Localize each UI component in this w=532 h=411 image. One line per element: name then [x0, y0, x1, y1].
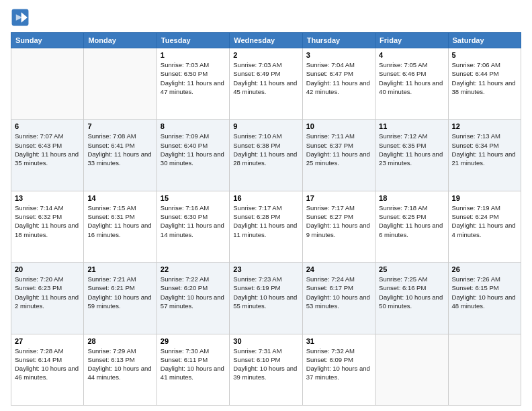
day-info-25: Sunrise: 7:25 AMSunset: 6:16 PMDaylight:… — [379, 275, 444, 310]
day-info-24: Sunrise: 7:24 AMSunset: 6:17 PMDaylight:… — [306, 275, 371, 310]
day-num-24: 24 — [306, 265, 371, 273]
day-info-6: Sunrise: 7:07 AMSunset: 6:43 PMDaylight:… — [15, 132, 80, 167]
cell-w2-d1: 14Sunrise: 7:15 AMSunset: 6:31 PMDayligh… — [84, 191, 157, 262]
day-num-1: 1 — [161, 51, 226, 59]
day-num-8: 8 — [161, 122, 226, 130]
header-thursday: Thursday — [302, 33, 375, 48]
day-num-7: 7 — [87, 122, 152, 130]
day-num-26: 26 — [452, 265, 517, 273]
header-sunday: Sunday — [11, 33, 84, 48]
day-num-9: 9 — [233, 122, 298, 130]
day-info-20: Sunrise: 7:20 AMSunset: 6:23 PMDaylight:… — [15, 275, 80, 310]
day-info-16: Sunrise: 7:17 AMSunset: 6:28 PMDaylight:… — [233, 203, 298, 239]
cell-w0-d0 — [11, 48, 84, 120]
day-info-4: Sunrise: 7:05 AMSunset: 6:46 PMDaylight:… — [379, 60, 444, 96]
cell-w2-d4: 17Sunrise: 7:17 AMSunset: 6:27 PMDayligh… — [302, 191, 375, 262]
day-info-5: Sunrise: 7:06 AMSunset: 6:44 PMDaylight:… — [452, 60, 517, 96]
day-info-13: Sunrise: 7:14 AMSunset: 6:32 PMDaylight:… — [15, 203, 80, 239]
day-num-5: 5 — [452, 51, 517, 59]
logo — [11, 8, 32, 27]
cell-w0-d1 — [84, 48, 157, 120]
cell-w1-d6: 12Sunrise: 7:13 AMSunset: 6:34 PMDayligh… — [448, 120, 521, 191]
day-num-19: 19 — [452, 194, 517, 202]
day-info-10: Sunrise: 7:11 AMSunset: 6:37 PMDaylight:… — [306, 132, 371, 167]
day-info-29: Sunrise: 7:30 AMSunset: 6:11 PMDaylight:… — [161, 347, 226, 382]
day-info-30: Sunrise: 7:31 AMSunset: 6:10 PMDaylight:… — [233, 347, 298, 382]
day-info-3: Sunrise: 7:04 AMSunset: 6:47 PMDaylight:… — [306, 60, 371, 96]
day-info-17: Sunrise: 7:17 AMSunset: 6:27 PMDaylight:… — [306, 203, 371, 239]
cell-w4-d1: 28Sunrise: 7:29 AMSunset: 6:13 PMDayligh… — [84, 334, 157, 405]
day-num-4: 4 — [379, 51, 444, 59]
day-num-20: 20 — [15, 265, 80, 273]
cell-w0-d4: 3Sunrise: 7:04 AMSunset: 6:47 PMDaylight… — [302, 48, 375, 120]
cell-w4-d6 — [448, 334, 521, 405]
cell-w4-d5 — [375, 334, 448, 405]
day-info-21: Sunrise: 7:21 AMSunset: 6:21 PMDaylight:… — [87, 275, 152, 310]
cell-w2-d0: 13Sunrise: 7:14 AMSunset: 6:32 PMDayligh… — [11, 191, 84, 262]
day-info-26: Sunrise: 7:26 AMSunset: 6:15 PMDaylight:… — [452, 275, 517, 310]
header-monday: Monday — [84, 33, 157, 48]
cell-w1-d5: 11Sunrise: 7:12 AMSunset: 6:35 PMDayligh… — [375, 120, 448, 191]
calendar-table: SundayMondayTuesdayWednesdayThursdayFrid… — [11, 32, 521, 406]
day-info-2: Sunrise: 7:03 AMSunset: 6:49 PMDaylight:… — [233, 60, 298, 96]
cell-w4-d0: 27Sunrise: 7:28 AMSunset: 6:14 PMDayligh… — [11, 334, 84, 405]
day-info-23: Sunrise: 7:23 AMSunset: 6:19 PMDaylight:… — [233, 275, 298, 310]
day-info-1: Sunrise: 7:03 AMSunset: 6:50 PMDaylight:… — [161, 60, 226, 96]
day-num-12: 12 — [452, 122, 517, 130]
cell-w0-d3: 2Sunrise: 7:03 AMSunset: 6:49 PMDaylight… — [230, 48, 302, 120]
cell-w1-d4: 10Sunrise: 7:11 AMSunset: 6:37 PMDayligh… — [302, 120, 375, 191]
day-num-29: 29 — [161, 337, 226, 345]
cell-w3-d4: 24Sunrise: 7:24 AMSunset: 6:17 PMDayligh… — [302, 263, 375, 334]
day-num-15: 15 — [161, 194, 226, 202]
day-num-14: 14 — [87, 194, 152, 202]
day-info-7: Sunrise: 7:08 AMSunset: 6:41 PMDaylight:… — [87, 132, 152, 167]
cell-w3-d5: 25Sunrise: 7:25 AMSunset: 6:16 PMDayligh… — [375, 263, 448, 334]
day-num-28: 28 — [87, 337, 152, 345]
logo-icon — [11, 8, 30, 27]
day-info-8: Sunrise: 7:09 AMSunset: 6:40 PMDaylight:… — [161, 132, 226, 167]
day-info-12: Sunrise: 7:13 AMSunset: 6:34 PMDaylight:… — [452, 132, 517, 167]
cell-w2-d2: 15Sunrise: 7:16 AMSunset: 6:30 PMDayligh… — [157, 191, 229, 262]
day-num-3: 3 — [306, 51, 371, 59]
day-num-11: 11 — [379, 122, 444, 130]
cell-w3-d2: 22Sunrise: 7:22 AMSunset: 6:20 PMDayligh… — [157, 263, 229, 334]
day-num-25: 25 — [379, 265, 444, 273]
cell-w0-d5: 4Sunrise: 7:05 AMSunset: 6:46 PMDaylight… — [375, 48, 448, 120]
cell-w4-d4: 31Sunrise: 7:32 AMSunset: 6:09 PMDayligh… — [302, 334, 375, 405]
day-info-9: Sunrise: 7:10 AMSunset: 6:38 PMDaylight:… — [233, 132, 298, 167]
header-saturday: Saturday — [448, 33, 521, 48]
cell-w1-d0: 6Sunrise: 7:07 AMSunset: 6:43 PMDaylight… — [11, 120, 84, 191]
day-num-30: 30 — [233, 337, 298, 345]
day-info-11: Sunrise: 7:12 AMSunset: 6:35 PMDaylight:… — [379, 132, 444, 167]
cell-w2-d6: 19Sunrise: 7:19 AMSunset: 6:24 PMDayligh… — [448, 191, 521, 262]
day-num-31: 31 — [306, 337, 371, 345]
day-num-17: 17 — [306, 194, 371, 202]
cell-w4-d2: 29Sunrise: 7:30 AMSunset: 6:11 PMDayligh… — [157, 334, 229, 405]
cell-w3-d3: 23Sunrise: 7:23 AMSunset: 6:19 PMDayligh… — [230, 263, 302, 334]
day-info-18: Sunrise: 7:18 AMSunset: 6:25 PMDaylight:… — [379, 203, 444, 239]
cell-w3-d6: 26Sunrise: 7:26 AMSunset: 6:15 PMDayligh… — [448, 263, 521, 334]
day-num-18: 18 — [379, 194, 444, 202]
day-num-27: 27 — [15, 337, 80, 345]
day-info-19: Sunrise: 7:19 AMSunset: 6:24 PMDaylight:… — [452, 203, 517, 239]
cell-w0-d6: 5Sunrise: 7:06 AMSunset: 6:44 PMDaylight… — [448, 48, 521, 120]
cell-w4-d3: 30Sunrise: 7:31 AMSunset: 6:10 PMDayligh… — [230, 334, 302, 405]
day-info-14: Sunrise: 7:15 AMSunset: 6:31 PMDaylight:… — [87, 203, 152, 239]
day-info-22: Sunrise: 7:22 AMSunset: 6:20 PMDaylight:… — [161, 275, 226, 310]
day-info-27: Sunrise: 7:28 AMSunset: 6:14 PMDaylight:… — [15, 347, 80, 382]
cell-w2-d3: 16Sunrise: 7:17 AMSunset: 6:28 PMDayligh… — [230, 191, 302, 262]
day-num-2: 2 — [233, 51, 298, 59]
day-num-6: 6 — [15, 122, 80, 130]
cell-w3-d0: 20Sunrise: 7:20 AMSunset: 6:23 PMDayligh… — [11, 263, 84, 334]
day-num-23: 23 — [233, 265, 298, 273]
day-num-16: 16 — [233, 194, 298, 202]
header — [11, 8, 521, 27]
header-wednesday: Wednesday — [230, 33, 302, 48]
cell-w1-d2: 8Sunrise: 7:09 AMSunset: 6:40 PMDaylight… — [157, 120, 229, 191]
day-num-10: 10 — [306, 122, 371, 130]
header-tuesday: Tuesday — [157, 33, 229, 48]
day-info-28: Sunrise: 7:29 AMSunset: 6:13 PMDaylight:… — [87, 347, 152, 382]
page: SundayMondayTuesdayWednesdayThursdayFrid… — [0, 0, 532, 411]
day-info-15: Sunrise: 7:16 AMSunset: 6:30 PMDaylight:… — [161, 203, 226, 239]
day-num-21: 21 — [87, 265, 152, 273]
